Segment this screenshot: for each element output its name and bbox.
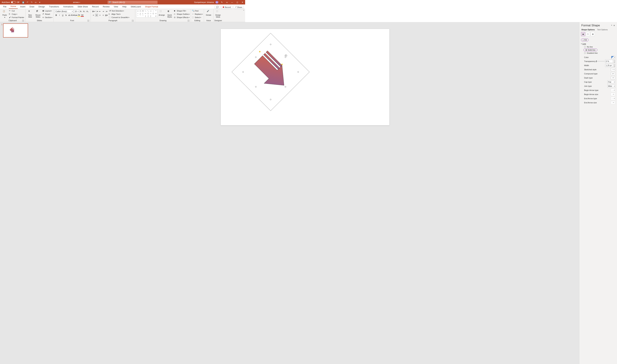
present-icon[interactable]: ▭ [34,1,37,3]
avatar[interactable]: GJ [216,1,218,4]
tab-animations[interactable]: Animations [62,5,75,9]
shape-outline-button[interactable]: ◇Shape Outline▾ [174,13,190,16]
numbering-button[interactable]: ⒈▾ [95,10,98,13]
tab-slideshow[interactable]: Slide Show [76,5,90,9]
user-name[interactable]: Gumpelmeyer Johanna [194,1,214,3]
format-painter-button[interactable]: 🖌Format Painter [9,16,24,19]
tab-home[interactable]: Home [9,4,18,9]
increase-indent-button[interactable]: ⇥ [102,10,105,13]
shapes-gallery[interactable]: ▭▢A＼＼▭○^ ○△⌊⇨⬠☆⬡v ⌒⌒⌒){}≡ [136,9,157,18]
decrease-font-icon[interactable]: A↓ [83,10,86,13]
tab-design[interactable]: Design [37,5,47,9]
align-left-button[interactable]: ≡ [92,13,95,17]
highlight-button[interactable]: A▾ [77,13,81,17]
titlebar-right: Gumpelmeyer Johanna GJ ✎ ▭ — ◻ ✕ [194,0,245,4]
tab-transitions[interactable]: Transitions [47,5,61,9]
strike-button[interactable]: S̶ [64,13,67,17]
autosave-toggle[interactable]: AutoSave Off [0,1,21,3]
share-button[interactable]: ↗Share [233,5,244,9]
search-input[interactable]: 🔍 Search (Alt+Q) [108,1,157,4]
line-spacing-button[interactable]: ↕▾ [105,10,108,13]
text-direction-button[interactable]: ↕AText Direction▾ [109,9,129,13]
save-icon[interactable]: 💾 [22,1,25,3]
quick-styles-button[interactable]: ◧Quick Styles [166,9,173,18]
find-button[interactable]: 🔍Find [192,9,203,13]
columns-button[interactable]: ▥▾ [105,13,108,17]
comments-button[interactable]: 💬 [215,5,220,9]
dictate-button[interactable]: 🎤Dictate [205,9,212,16]
ribbon-display-icon[interactable]: ▭ [225,0,229,4]
close-icon[interactable]: ✕ [241,0,244,4]
paste-button[interactable]: 📋 Paste▾ [1,9,8,18]
coming-soon-icon[interactable]: ✎ [220,0,223,4]
font-name-combo[interactable]: Calibri (Body)▾ [55,10,74,13]
record-button[interactable]: Record [221,6,232,9]
tab-file[interactable]: File [1,5,8,9]
reuse-slides-button[interactable]: 🗐Reuse Slides [34,9,42,18]
tab-help[interactable]: Help [120,5,128,9]
replace-button[interactable]: ↔Replace▾ [192,13,203,16]
tab-insert[interactable]: Insert [18,5,27,9]
bold-button[interactable]: B [55,13,58,17]
tab-view[interactable]: View [112,5,120,9]
cut-button[interactable]: ✂Cut [9,9,24,13]
align-center-button[interactable]: ≡ [95,13,98,17]
arrow-shape[interactable] [243,44,245,100]
new-slide-icon: 🗎 [28,10,32,14]
align-right-button[interactable]: ≡ [98,13,101,17]
minimize-icon[interactable]: — [230,0,234,4]
record-dot-icon [223,7,224,8]
search-icon: 🔍 [109,1,111,3]
clipboard-launcher[interactable]: ↘ [22,20,24,22]
new-slide-button[interactable]: 🗎New Slide [26,9,34,18]
convert-smartart-button[interactable]: ⬚Convert to SmartArt▾ [109,16,129,19]
spacing-button[interactable]: AV▾ [71,13,74,17]
replace-icon: ↔ [192,13,194,15]
canvas-area[interactable]: ⟳ [31,22,245,145]
tab-slidelizard[interactable]: SlideLizard [129,5,142,9]
align-text-button[interactable]: ⍐Align Text▾ [109,13,129,16]
paragraph-launcher[interactable]: ↘ [132,20,134,22]
slide-canvas[interactable]: ⟳ [221,29,245,125]
undo-icon[interactable]: ↶ [26,1,29,3]
underline-button[interactable]: U [61,13,64,17]
shape-effects-button[interactable]: ◎Shape Effects▾ [174,16,190,19]
shadow-button[interactable]: ab [68,13,71,17]
tab-shape-format[interactable]: Shape Format [143,5,160,9]
find-icon: 🔍 [192,10,194,12]
thumbnail-slide-1[interactable]: 1 [1,23,30,38]
section-button[interactable]: ▭Section▾ [42,16,52,19]
shape-fill-button[interactable]: ◆Shape Fill▾ [174,9,190,13]
font-color-button[interactable]: A▾ [81,13,84,17]
maximize-icon[interactable]: ◻ [235,0,239,4]
bullets-button[interactable]: ≣▾ [92,10,95,13]
layout-button[interactable]: ▦Layout▾ [42,9,52,13]
collapse-ribbon-button[interactable]: ⌃ [242,9,245,22]
section-icon: ▭ [42,16,45,19]
smartart-icon: ⬚ [109,16,111,19]
redo-icon[interactable]: ↷ [30,1,33,3]
italic-button[interactable]: I [58,13,61,17]
tab-draw[interactable]: Draw [28,5,36,9]
reset-button[interactable]: ↺Reset [42,13,52,16]
selection-box[interactable]: ⟳ [243,44,245,100]
case-button[interactable]: Aa▾ [74,13,77,17]
group-drawing: ▭▢A＼＼▭○^ ○△⌊⇨⬠☆⬡v ⌒⌒⌒){}≡ ⬚Arrange ◧Quic… [135,9,191,22]
select-button[interactable]: ⬚Select▾ [192,16,203,19]
group-paragraph: ≣▾ ⒈▾ ⇤ ⇥ ↕▾ ≡ ≡ ≡ ≡ ▥▾ ↕AText Direction… [91,9,135,22]
tab-review[interactable]: Review [101,5,111,9]
drawing-launcher[interactable]: ↘ [188,20,189,22]
copy-icon: ⎘ [9,13,11,15]
tab-record[interactable]: Record [90,5,100,9]
increase-font-icon[interactable]: A↑ [79,10,82,13]
document-title[interactable]: arrows ▾ [73,1,80,3]
decrease-indent-button[interactable]: ⇤ [98,10,101,13]
justify-button[interactable]: ≡ [102,13,105,17]
design-ideas-button[interactable]: ⬚Design Ideas [215,9,222,18]
clear-format-icon[interactable]: Aₓ [86,10,89,13]
arrange-button[interactable]: ⬚Arrange [158,9,165,16]
font-size-combo[interactable]: 18▾ [74,10,79,13]
copy-button[interactable]: ⎘Copy▾ [9,13,24,16]
qat-more-icon[interactable]: ▾ [39,1,41,3]
font-launcher[interactable]: ↘ [88,20,89,22]
